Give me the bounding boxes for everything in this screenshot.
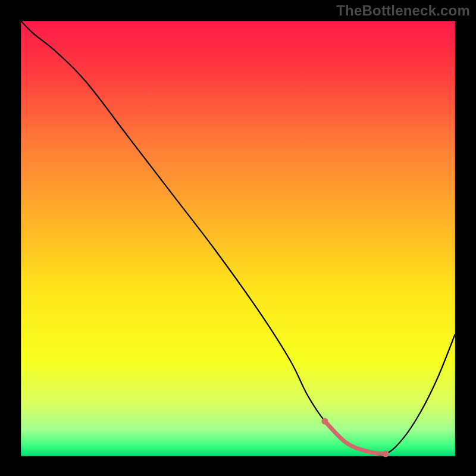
plot-background [21, 21, 455, 456]
chart-svg [0, 0, 476, 476]
watermark-text: TheBottleneck.com [336, 2, 470, 19]
bottleneck-chart: TheBottleneck.com [0, 0, 476, 476]
optimal-range-start-dot [321, 418, 328, 424]
optimal-range-end-dot [383, 450, 389, 457]
